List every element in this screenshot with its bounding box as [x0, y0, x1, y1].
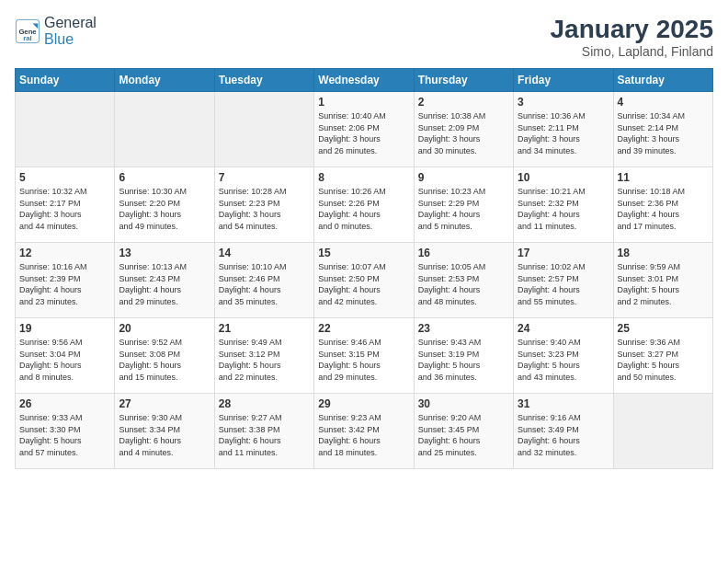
- calendar-cell: 21Sunrise: 9:49 AM Sunset: 3:12 PM Dayli…: [214, 318, 313, 394]
- day-number: 26: [19, 397, 110, 410]
- day-info: Sunrise: 9:43 AM Sunset: 3:19 PM Dayligh…: [418, 337, 509, 383]
- day-number: 30: [418, 397, 509, 410]
- day-info: Sunrise: 9:52 AM Sunset: 3:08 PM Dayligh…: [119, 337, 210, 383]
- calendar-cell: 2Sunrise: 10:38 AM Sunset: 2:09 PM Dayli…: [414, 92, 513, 167]
- day-number: 19: [19, 322, 110, 335]
- day-info: Sunrise: 10:13 AM Sunset: 2:43 PM Daylig…: [119, 261, 210, 307]
- calendar-cell: 24Sunrise: 9:40 AM Sunset: 3:23 PM Dayli…: [514, 318, 613, 394]
- calendar-cell: 5Sunrise: 10:32 AM Sunset: 2:17 PM Dayli…: [16, 167, 115, 243]
- calendar-cell: [16, 92, 115, 167]
- day-info: Sunrise: 10:07 AM Sunset: 2:50 PM Daylig…: [318, 261, 409, 307]
- calendar-container: Gene ral General Blue January 2025 Simo,…: [0, 0, 728, 563]
- calendar-cell: 8Sunrise: 10:26 AM Sunset: 2:26 PM Dayli…: [314, 167, 414, 243]
- day-info: Sunrise: 10:23 AM Sunset: 2:29 PM Daylig…: [418, 186, 509, 232]
- day-number: 23: [418, 322, 509, 335]
- logo-text: General Blue: [44, 15, 97, 48]
- calendar-cell: 1Sunrise: 10:40 AM Sunset: 2:06 PM Dayli…: [314, 92, 414, 167]
- calendar-cell: 22Sunrise: 9:46 AM Sunset: 3:15 PM Dayli…: [314, 318, 414, 394]
- day-info: Sunrise: 9:33 AM Sunset: 3:30 PM Dayligh…: [19, 412, 110, 458]
- calendar-cell: [214, 92, 313, 167]
- day-number: 24: [518, 322, 609, 335]
- title-block: January 2025 Simo, Lapland, Finland: [551, 15, 713, 59]
- day-number: 12: [19, 247, 110, 259]
- day-number: 27: [119, 397, 210, 410]
- day-info: Sunrise: 9:56 AM Sunset: 3:04 PM Dayligh…: [19, 337, 110, 383]
- day-info: Sunrise: 9:20 AM Sunset: 3:45 PM Dayligh…: [418, 412, 509, 458]
- logo-blue: Blue: [44, 31, 74, 47]
- calendar-cell: 12Sunrise: 10:16 AM Sunset: 2:39 PM Dayl…: [16, 243, 115, 318]
- calendar-cell: 16Sunrise: 10:05 AM Sunset: 2:53 PM Dayl…: [414, 243, 513, 318]
- day-number: 18: [618, 247, 709, 259]
- day-number: 16: [418, 247, 509, 259]
- day-info: Sunrise: 10:28 AM Sunset: 2:23 PM Daylig…: [219, 186, 310, 232]
- day-number: 22: [318, 322, 409, 335]
- day-number: 15: [318, 247, 409, 259]
- day-number: 10: [518, 171, 609, 184]
- day-info: Sunrise: 9:23 AM Sunset: 3:42 PM Dayligh…: [318, 412, 409, 458]
- day-info: Sunrise: 10:40 AM Sunset: 2:06 PM Daylig…: [318, 110, 409, 156]
- day-number: 8: [318, 171, 409, 184]
- header: Gene ral General Blue January 2025 Simo,…: [15, 15, 713, 59]
- calendar-header: SundayMondayTuesdayWednesdayThursdayFrid…: [16, 69, 713, 92]
- day-info: Sunrise: 10:05 AM Sunset: 2:53 PM Daylig…: [418, 261, 509, 307]
- day-info: Sunrise: 10:26 AM Sunset: 2:26 PM Daylig…: [318, 186, 409, 232]
- day-info: Sunrise: 9:49 AM Sunset: 3:12 PM Dayligh…: [219, 337, 310, 383]
- day-number: 9: [418, 171, 509, 184]
- day-number: 17: [518, 247, 609, 259]
- weekday-header-thursday: Thursday: [414, 69, 513, 92]
- day-number: 6: [119, 171, 210, 184]
- weekday-header-wednesday: Wednesday: [314, 69, 414, 92]
- day-info: Sunrise: 9:59 AM Sunset: 3:01 PM Dayligh…: [618, 261, 709, 307]
- calendar-table: SundayMondayTuesdayWednesdayThursdayFrid…: [15, 68, 713, 469]
- calendar-body: 1Sunrise: 10:40 AM Sunset: 2:06 PM Dayli…: [16, 92, 713, 469]
- logo-general: General: [44, 15, 97, 30]
- calendar-cell: 28Sunrise: 9:27 AM Sunset: 3:38 PM Dayli…: [214, 394, 313, 469]
- calendar-cell: 29Sunrise: 9:23 AM Sunset: 3:42 PM Dayli…: [314, 394, 414, 469]
- day-number: 31: [518, 397, 609, 410]
- day-info: Sunrise: 10:18 AM Sunset: 2:36 PM Daylig…: [618, 186, 709, 232]
- calendar-cell: 7Sunrise: 10:28 AM Sunset: 2:23 PM Dayli…: [214, 167, 313, 243]
- day-number: 13: [119, 247, 210, 259]
- day-number: 28: [219, 397, 310, 410]
- day-number: 25: [618, 322, 709, 335]
- weekday-header-monday: Monday: [115, 69, 214, 92]
- weekday-header-saturday: Saturday: [613, 69, 712, 92]
- calendar-cell: 4Sunrise: 10:34 AM Sunset: 2:14 PM Dayli…: [613, 92, 712, 167]
- calendar-subtitle: Simo, Lapland, Finland: [551, 44, 713, 59]
- day-info: Sunrise: 9:40 AM Sunset: 3:23 PM Dayligh…: [518, 337, 609, 383]
- calendar-title: January 2025: [551, 15, 713, 44]
- day-info: Sunrise: 10:21 AM Sunset: 2:32 PM Daylig…: [518, 186, 609, 232]
- calendar-cell: 20Sunrise: 9:52 AM Sunset: 3:08 PM Dayli…: [115, 318, 214, 394]
- calendar-cell: 17Sunrise: 10:02 AM Sunset: 2:57 PM Dayl…: [514, 243, 613, 318]
- weekday-header-tuesday: Tuesday: [214, 69, 313, 92]
- day-info: Sunrise: 10:34 AM Sunset: 2:14 PM Daylig…: [618, 110, 709, 156]
- calendar-cell: 9Sunrise: 10:23 AM Sunset: 2:29 PM Dayli…: [414, 167, 513, 243]
- calendar-cell: 13Sunrise: 10:13 AM Sunset: 2:43 PM Dayl…: [115, 243, 214, 318]
- weekday-row: SundayMondayTuesdayWednesdayThursdayFrid…: [16, 69, 713, 92]
- svg-text:ral: ral: [23, 34, 31, 42]
- calendar-week-4: 19Sunrise: 9:56 AM Sunset: 3:04 PM Dayli…: [16, 318, 713, 394]
- day-info: Sunrise: 9:27 AM Sunset: 3:38 PM Dayligh…: [219, 412, 310, 458]
- calendar-cell: 31Sunrise: 9:16 AM Sunset: 3:49 PM Dayli…: [514, 394, 613, 469]
- day-number: 21: [219, 322, 310, 335]
- calendar-cell: 11Sunrise: 10:18 AM Sunset: 2:36 PM Dayl…: [613, 167, 712, 243]
- calendar-cell: 10Sunrise: 10:21 AM Sunset: 2:32 PM Dayl…: [514, 167, 613, 243]
- day-number: 5: [19, 171, 110, 184]
- calendar-cell: 26Sunrise: 9:33 AM Sunset: 3:30 PM Dayli…: [16, 394, 115, 469]
- day-number: 14: [219, 247, 310, 259]
- weekday-header-friday: Friday: [514, 69, 613, 92]
- calendar-cell: 25Sunrise: 9:36 AM Sunset: 3:27 PM Dayli…: [613, 318, 712, 394]
- day-info: Sunrise: 9:16 AM Sunset: 3:49 PM Dayligh…: [518, 412, 609, 458]
- day-info: Sunrise: 10:32 AM Sunset: 2:17 PM Daylig…: [19, 186, 110, 232]
- day-number: 20: [119, 322, 210, 335]
- calendar-cell: 30Sunrise: 9:20 AM Sunset: 3:45 PM Dayli…: [414, 394, 513, 469]
- day-number: 7: [219, 171, 310, 184]
- calendar-cell: 23Sunrise: 9:43 AM Sunset: 3:19 PM Dayli…: [414, 318, 513, 394]
- day-info: Sunrise: 10:38 AM Sunset: 2:09 PM Daylig…: [418, 110, 509, 156]
- calendar-cell: 19Sunrise: 9:56 AM Sunset: 3:04 PM Dayli…: [16, 318, 115, 394]
- calendar-week-1: 1Sunrise: 10:40 AM Sunset: 2:06 PM Dayli…: [16, 92, 713, 167]
- day-info: Sunrise: 10:02 AM Sunset: 2:57 PM Daylig…: [518, 261, 609, 307]
- day-info: Sunrise: 10:36 AM Sunset: 2:11 PM Daylig…: [518, 110, 609, 156]
- calendar-cell: 27Sunrise: 9:30 AM Sunset: 3:34 PM Dayli…: [115, 394, 214, 469]
- day-number: 3: [518, 96, 609, 109]
